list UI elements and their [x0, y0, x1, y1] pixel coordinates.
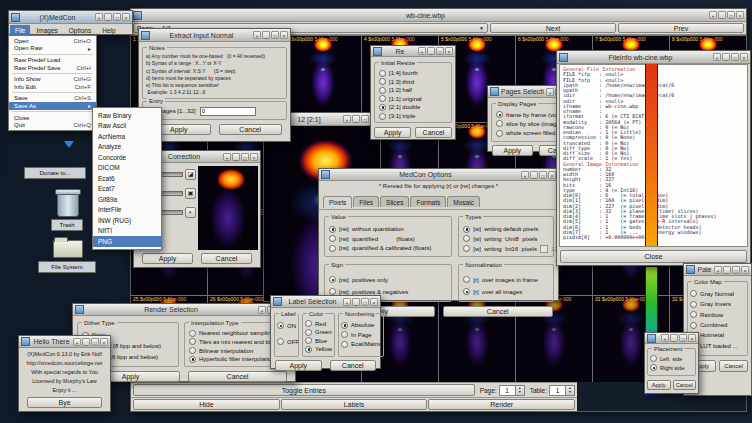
filesystem-label[interactable]: File System — [38, 261, 96, 273]
menu-item[interactable]: Analyze — [93, 142, 161, 153]
folder-icon[interactable] — [53, 240, 83, 258]
correction-mode-icon[interactable]: ▣ — [185, 188, 196, 199]
value-option[interactable]: [rw] quantified (floats) — [329, 235, 447, 242]
menubar-item[interactable]: File — [10, 25, 30, 35]
titlebar[interactable]: Label Selection +_□× — [271, 296, 380, 308]
tab[interactable]: Mosaic — [447, 196, 480, 207]
titlebar[interactable]: Re +_□× — [371, 46, 455, 57]
titlebar-shade-button[interactable]: + — [258, 306, 266, 314]
normalization-option[interactable]: [r] over images in frame — [463, 276, 549, 283]
tab[interactable]: Pixels — [323, 196, 352, 208]
apply-button[interactable]: Apply — [492, 145, 533, 156]
value-option[interactable]: [rw] without quantitation — [329, 226, 447, 233]
menu-item[interactable]: NIfTI — [93, 226, 161, 237]
menu-item[interactable]: Save Ctrl+S — [9, 95, 96, 103]
titlebar-maximize-button[interactable]: □ — [91, 338, 99, 346]
cancel-button[interactable]: Cancel — [415, 127, 452, 138]
menu-item[interactable]: InterFile — [93, 205, 161, 216]
titlebar-shade-button[interactable]: + — [73, 338, 81, 346]
label-option[interactable]: OFF — [277, 338, 296, 345]
color-option[interactable]: Red — [305, 320, 332, 327]
menubar-item[interactable]: Images — [31, 25, 62, 35]
sign-option[interactable]: [rw] positives only — [329, 276, 447, 283]
titlebar-maximize-button[interactable]: □ — [241, 153, 249, 161]
titlebar-shade-button[interactable]: + — [343, 298, 351, 306]
menu-item[interactable]: DICOM — [93, 163, 161, 174]
resize-option[interactable]: [1:1] original — [379, 95, 447, 102]
cancel-button[interactable]: Cancel — [719, 360, 748, 372]
titlebar-close-button[interactable]: × — [741, 266, 749, 274]
value-option[interactable]: [rw] quantified & calibrated (floats) — [329, 245, 447, 252]
titlebar[interactable]: FileInfo wb-cine.wbp +_□× — [557, 51, 750, 64]
titlebar-maximize-button[interactable]: □ — [271, 31, 279, 39]
menu-item[interactable]: Close — [9, 114, 96, 122]
color-map-option[interactable]: Gray Invers — [690, 301, 745, 308]
titlebar-maximize-button[interactable]: □ — [113, 13, 121, 21]
numbering-option[interactable]: Ecat/Matrix — [341, 341, 381, 348]
trash-icon[interactable] — [57, 192, 79, 217]
titlebar-minimize-button[interactable]: _ — [352, 298, 360, 306]
titlebar-minimize-button[interactable]: _ — [723, 266, 731, 274]
titlebar-minimize-button[interactable]: _ — [232, 153, 240, 161]
render-button[interactable]: Render — [428, 399, 575, 410]
titlebar-shade-button[interactable]: + — [223, 153, 231, 161]
titlebar-shade-button[interactable]: + — [709, 11, 717, 19]
menu-item[interactable]: Info Edit Ctrl+F — [9, 83, 96, 91]
placement-option[interactable]: Right side — [650, 364, 693, 371]
prev-button[interactable]: Prev — [618, 23, 744, 33]
label-option[interactable]: ON — [277, 322, 296, 329]
titlebar[interactable]: Pale +_□× — [684, 264, 751, 276]
color-map-option[interactable]: Gray Normal — [690, 290, 745, 297]
apply-button[interactable]: Apply — [647, 380, 671, 390]
titlebar-shade-button[interactable]: + — [661, 334, 669, 342]
toggle-entries-button[interactable]: Toggle Entries — [133, 384, 475, 396]
spinner-arrows-icon[interactable]: ▲▼ — [566, 385, 575, 396]
resize-option[interactable]: [2:1] double — [379, 104, 447, 111]
titlebar[interactable]: (X)MedCon +_□× — [9, 11, 132, 24]
types-option[interactable]: [w] writing default pixels — [463, 226, 549, 233]
menu-item[interactable]: Raw Binary — [93, 110, 161, 121]
color-option[interactable]: Green — [305, 329, 332, 336]
titlebar-maximize-button[interactable]: □ — [436, 47, 444, 55]
titlebar[interactable]: Hello There +_□× — [19, 336, 110, 348]
tab[interactable]: Files — [353, 196, 379, 207]
titlebar-close-button[interactable]: × — [688, 334, 696, 342]
titlebar-minimize-button[interactable]: _ — [427, 47, 435, 55]
menu-item[interactable]: Open Ctrl+O — [9, 37, 96, 45]
correction-mode-icon[interactable]: ◪ — [185, 169, 196, 180]
trash-label[interactable]: Trash — [51, 219, 83, 231]
titlebar-maximize-button[interactable]: □ — [361, 298, 369, 306]
titlebar-maximize-button[interactable]: □ — [539, 171, 547, 179]
titlebar-close-button[interactable]: × — [250, 153, 258, 161]
spinner-arrows-icon[interactable]: ▲▼ — [516, 385, 525, 396]
titlebar-shade-button[interactable]: + — [418, 47, 426, 55]
titlebar-shade-button[interactable]: + — [343, 115, 351, 123]
labels-button[interactable]: Labels — [281, 399, 428, 410]
bye-button[interactable]: Bye — [27, 397, 102, 408]
menu-item[interactable]: Save As ▸ — [9, 102, 96, 110]
tab[interactable]: Slices — [380, 196, 409, 207]
titlebar-maximize-button[interactable]: □ — [361, 115, 369, 123]
titlebar-shade-button[interactable]: + — [713, 53, 721, 61]
close-button[interactable]: Close — [560, 250, 747, 263]
image-cell[interactable]: 3 $x00p000 5-Mar-000 — [285, 36, 361, 122]
menu-item[interactable]: Open Raw ▸ — [9, 45, 96, 53]
numbering-option[interactable]: Absolute — [341, 322, 381, 329]
titlebar[interactable]: +_□× — [645, 333, 698, 344]
titlebar-minimize-button[interactable]: _ — [670, 334, 678, 342]
titlebar-minimize-button[interactable]: _ — [718, 11, 726, 19]
titlebar-maximize-button[interactable]: □ — [727, 11, 735, 19]
titlebar-maximize-button[interactable]: □ — [679, 334, 687, 342]
types-option[interactable]: [w] writing Int16 pixels 12 bits used — [463, 245, 549, 253]
titlebar-close-button[interactable]: × — [740, 53, 748, 61]
correction-mode-icon[interactable]: ◐ — [185, 207, 196, 218]
titlebar-maximize-button[interactable]: □ — [731, 53, 739, 61]
titlebar[interactable]: Extract Input Normal +_□× — [139, 29, 290, 42]
page-spinner[interactable]: 1 ▲▼ — [499, 385, 525, 396]
menu-item[interactable]: Raw Predef Save Ctrl+I — [9, 64, 96, 72]
menubar-item[interactable]: Options — [64, 25, 96, 35]
titlebar-shade-button[interactable]: + — [95, 13, 103, 21]
color-map-option[interactable]: Combined — [690, 322, 745, 329]
titlebar-minimize-button[interactable]: _ — [722, 53, 730, 61]
titlebar-close-button[interactable]: × — [280, 31, 288, 39]
